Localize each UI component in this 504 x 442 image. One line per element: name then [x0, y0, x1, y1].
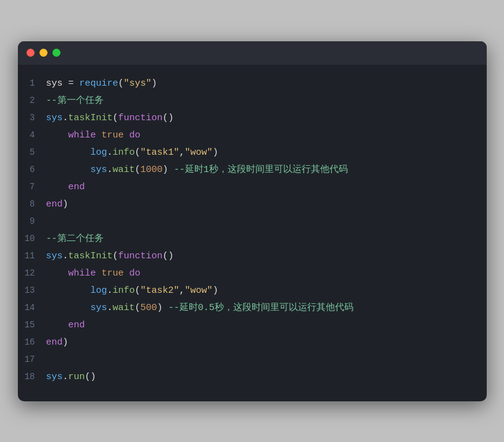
code-line-5: 5 log.info("task1","wow") [18, 145, 487, 162]
line-content: sys = require("sys") [46, 76, 157, 92]
line-content: sys.wait(1000) --延时1秒，这段时间里可以运行其他代码 [46, 162, 348, 178]
code-line-1: 1 sys = require("sys") [18, 76, 487, 93]
code-line-17: 17 [18, 352, 487, 369]
line-content: --第二个任务 [46, 231, 104, 247]
line-number: 2 [18, 94, 35, 108]
line-content: end [46, 179, 85, 195]
code-line-18: 18 sys.run() [18, 369, 487, 387]
line-number: 12 [18, 266, 35, 281]
line-number: 5 [18, 145, 35, 160]
line-content: sys.run() [46, 369, 96, 385]
code-line-16: 16 end) [18, 335, 487, 352]
line-content: end) [46, 335, 68, 351]
code-line-7: 7 end [18, 179, 487, 197]
line-number: 8 [18, 197, 35, 212]
line-number: 17 [18, 353, 35, 367]
code-editor: 1 sys = require("sys") 2 --第一个任务 3 sys.t… [18, 65, 487, 401]
code-line-6: 6 sys.wait(1000) --延时1秒，这段时间里可以运行其他代码 [18, 162, 487, 179]
code-line-10: 10 --第二个任务 [18, 231, 487, 248]
code-line-15: 15 end [18, 317, 487, 335]
code-line-13: 13 log.info("task2","wow") [18, 283, 487, 300]
line-content: while true do [46, 128, 141, 144]
code-line-12: 12 while true do [18, 266, 487, 283]
titlebar [18, 41, 487, 65]
code-window: 1 sys = require("sys") 2 --第一个任务 3 sys.t… [18, 41, 487, 401]
line-number: 6 [18, 163, 35, 178]
line-content: sys.taskInit(function() [46, 248, 174, 264]
line-number: 10 [18, 232, 35, 247]
line-content: log.info("task1","wow") [46, 145, 218, 161]
line-content: --第一个任务 [46, 93, 104, 109]
line-number: 13 [18, 284, 35, 298]
line-number: 7 [18, 180, 35, 195]
close-button[interactable] [27, 49, 35, 57]
line-content: end [46, 317, 85, 334]
line-number: 18 [18, 370, 35, 385]
maximize-button[interactable] [52, 49, 60, 57]
line-number: 16 [18, 335, 35, 350]
line-number: 9 [18, 215, 35, 229]
line-content: sys.taskInit(function()​ [46, 110, 174, 126]
line-number: 1 [18, 76, 35, 91]
line-number: 15 [18, 318, 35, 333]
line-content: log.info("task2","wow") [46, 283, 218, 299]
code-line-2: 2 --第一个任务 [18, 93, 487, 110]
code-line-14: 14 sys.wait(500) --延时0.5秒，这段时间里可以运行其他代码 [18, 300, 487, 317]
line-content [46, 214, 52, 230]
code-line-3: 3 sys.taskInit(function()​ [18, 110, 487, 128]
line-number: 4 [18, 128, 35, 143]
code-line-4: 4 while true do [18, 128, 487, 145]
line-content: end) [46, 197, 68, 213]
line-content: while true do [46, 266, 141, 282]
code-line-11: 11 sys.taskInit(function() [18, 248, 487, 266]
line-number: 14 [18, 301, 35, 316]
line-content [46, 352, 52, 368]
code-line-8: 8 end) [18, 197, 487, 214]
minimize-button[interactable] [39, 49, 48, 57]
line-number: 3 [18, 111, 35, 126]
line-content: sys.wait(500) --延时0.5秒，这段时间里可以运行其他代码 [46, 300, 353, 316]
code-line-9: 9 [18, 214, 487, 231]
line-number: 11 [18, 249, 35, 264]
